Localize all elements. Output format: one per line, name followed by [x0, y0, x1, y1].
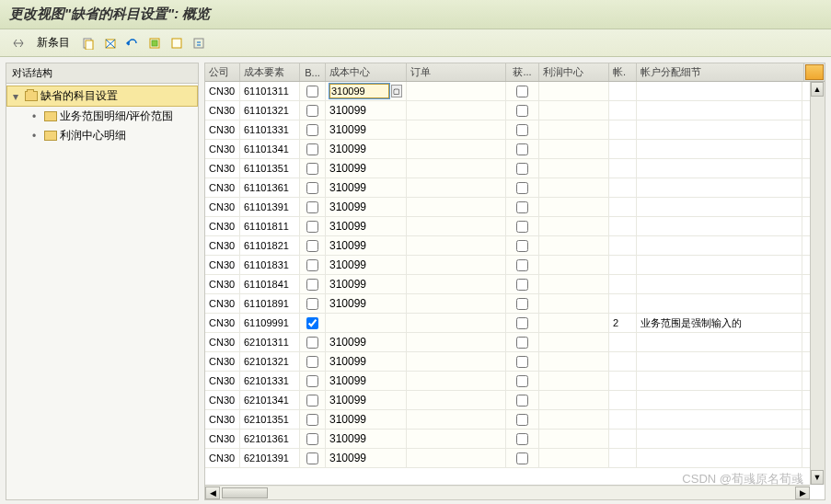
checkbox-get[interactable] [516, 317, 528, 329]
cell-cost-center[interactable] [326, 314, 407, 332]
cell-get[interactable] [506, 333, 539, 351]
table-row[interactable]: CN30 61101311 ▢ [205, 82, 825, 101]
cell-b[interactable] [300, 236, 326, 255]
deselect-icon[interactable] [167, 34, 186, 52]
cell-b[interactable] [300, 430, 326, 448]
cell-profit[interactable] [539, 372, 609, 390]
scroll-thumb[interactable] [222, 487, 268, 498]
table-row[interactable]: CN30 61101341 310099 [205, 140, 825, 159]
cell-cost-center[interactable]: ▢ [326, 82, 407, 100]
checkbox-b[interactable] [306, 182, 318, 194]
cell-b[interactable] [300, 217, 326, 235]
cell-get[interactable] [506, 198, 539, 216]
toggle-icon[interactable] [9, 34, 28, 52]
table-row[interactable]: CN30 61101821 310099 [205, 236, 825, 256]
checkbox-b[interactable] [306, 240, 318, 252]
cell-get[interactable] [506, 159, 539, 178]
cell-get[interactable] [506, 410, 539, 429]
cell-order[interactable] [407, 159, 506, 178]
cell-order[interactable] [407, 449, 506, 467]
cell-profit[interactable] [539, 198, 609, 216]
scroll-right-icon[interactable]: ▶ [795, 487, 810, 499]
cell-order[interactable] [407, 140, 506, 158]
cell-get[interactable] [506, 217, 539, 235]
col-account[interactable]: 帐. [609, 63, 637, 81]
cell-get[interactable] [506, 430, 539, 448]
checkbox-get[interactable] [516, 105, 528, 117]
f4-help-icon[interactable]: ▢ [391, 85, 402, 97]
cell-order[interactable] [407, 120, 506, 139]
table-row[interactable]: CN30 61101811 310099 [205, 217, 825, 236]
col-b[interactable]: B... [300, 63, 326, 81]
cell-get[interactable] [506, 256, 539, 274]
checkbox-get[interactable] [516, 452, 528, 464]
checkbox-get[interactable] [516, 201, 528, 213]
cell-profit[interactable] [539, 391, 609, 409]
cell-profit[interactable] [539, 159, 609, 178]
table-row[interactable]: CN30 62101351 310099 [205, 410, 825, 430]
checkbox-get[interactable] [516, 182, 528, 194]
checkbox-get[interactable] [516, 163, 528, 175]
cost-center-input[interactable] [329, 84, 389, 98]
cell-get[interactable] [506, 236, 539, 255]
cell-b[interactable] [300, 294, 326, 313]
scroll-track[interactable] [811, 97, 825, 470]
cell-order[interactable] [407, 236, 506, 255]
cell-b[interactable] [300, 314, 326, 332]
table-row[interactable]: CN30 61101331 310099 [205, 120, 825, 140]
table-row[interactable]: CN30 61109991 2 业务范围是强制输入的 [205, 314, 825, 333]
cell-cost-center[interactable]: 310099 [326, 294, 407, 313]
checkbox-get[interactable] [516, 240, 528, 252]
checkbox-b[interactable] [306, 452, 318, 464]
cell-profit[interactable] [539, 256, 609, 274]
cell-cost-center[interactable]: 310099 [326, 217, 407, 235]
cell-b[interactable] [300, 333, 326, 351]
cell-get[interactable] [506, 140, 539, 158]
cell-cost-center[interactable]: 310099 [326, 333, 407, 351]
table-row[interactable]: CN30 61101891 310099 [205, 294, 825, 314]
scroll-left-icon[interactable]: ◀ [205, 487, 220, 499]
table-row[interactable]: CN30 61101361 310099 [205, 178, 825, 198]
cell-order[interactable] [407, 333, 506, 351]
cell-cost-center[interactable]: 310099 [326, 352, 407, 371]
cell-b[interactable] [300, 410, 326, 429]
checkbox-b[interactable] [306, 105, 318, 117]
cell-get[interactable] [506, 314, 539, 332]
cell-cost-center[interactable]: 310099 [326, 198, 407, 216]
checkbox-b[interactable] [306, 86, 318, 97]
variant-icon[interactable] [190, 34, 208, 52]
cell-cost-center[interactable]: 310099 [326, 159, 407, 178]
checkbox-get[interactable] [516, 433, 528, 445]
checkbox-b[interactable] [306, 201, 318, 213]
copy-icon[interactable] [79, 34, 98, 52]
checkbox-get[interactable] [516, 395, 528, 407]
new-entry-button[interactable]: 新条目 [31, 33, 75, 52]
cell-b[interactable] [300, 178, 326, 197]
cell-cost-center[interactable]: 310099 [326, 430, 407, 448]
cell-order[interactable] [407, 314, 506, 332]
cell-profit[interactable] [539, 178, 609, 197]
cell-order[interactable] [407, 410, 506, 429]
cell-get[interactable] [506, 120, 539, 139]
select-all-icon[interactable] [145, 34, 164, 52]
cell-cost-center[interactable]: 310099 [326, 410, 407, 429]
vertical-scrollbar[interactable]: ▲ ▼ [810, 82, 825, 485]
table-row[interactable]: CN30 62101341 310099 [205, 391, 825, 410]
cell-profit[interactable] [539, 449, 609, 467]
checkbox-b[interactable] [306, 395, 318, 407]
col-cost-center[interactable]: 成本中心 [326, 63, 407, 81]
table-row[interactable]: CN30 62101331 310099 [205, 372, 825, 391]
cell-get[interactable] [506, 294, 539, 313]
cell-profit[interactable] [539, 275, 609, 293]
checkbox-b[interactable] [306, 356, 318, 368]
table-row[interactable]: CN30 62101391 310099 [205, 449, 825, 468]
cell-get[interactable] [506, 372, 539, 390]
cell-cost-center[interactable]: 310099 [326, 275, 407, 293]
cell-order[interactable] [407, 217, 506, 235]
cell-b[interactable] [300, 120, 326, 139]
cell-profit[interactable] [539, 352, 609, 371]
cell-profit[interactable] [539, 236, 609, 255]
cell-get[interactable] [506, 275, 539, 293]
cell-order[interactable] [407, 82, 506, 100]
col-profit-center[interactable]: 利润中心 [539, 63, 609, 81]
